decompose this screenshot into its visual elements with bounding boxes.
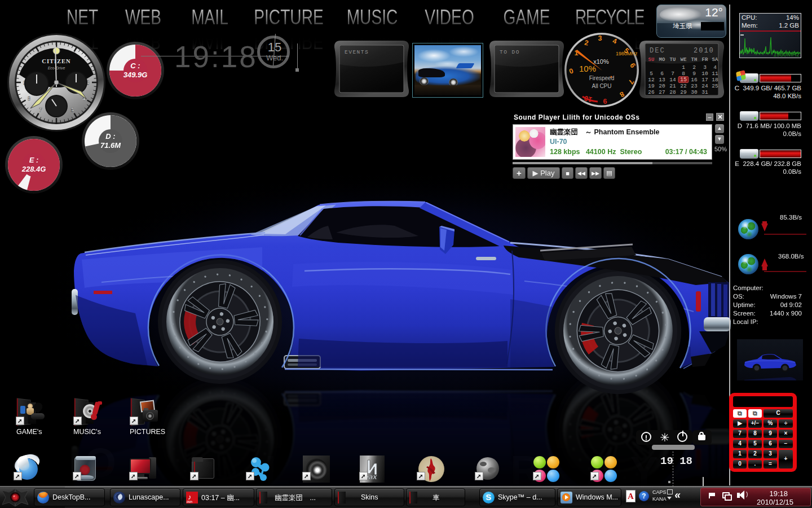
svg-text:1: 1 <box>682 64 685 71</box>
svg-text:Firespeed: Firespeed <box>589 75 614 81</box>
svg-text:5: 5 <box>70 106 74 113</box>
svg-text:14: 14 <box>669 77 676 83</box>
svg-text:349.9G: 349.9G <box>123 71 148 79</box>
svg-text:20: 20 <box>659 83 665 89</box>
svg-text:22: 22 <box>680 83 687 89</box>
svg-text:5: 5 <box>650 71 653 77</box>
svg-text:C :: C : <box>130 62 140 70</box>
svg-text:26: 26 <box>648 89 655 95</box>
svg-text:2: 2 <box>692 64 696 71</box>
svg-text:24: 24 <box>701 83 708 89</box>
svg-text:7: 7 <box>671 71 674 77</box>
svg-text:28: 28 <box>669 89 676 95</box>
svg-text:TH: TH <box>691 57 698 63</box>
svg-text:3: 3 <box>598 34 602 42</box>
svg-text:SA: SA <box>712 57 718 63</box>
svg-text:6: 6 <box>660 71 664 77</box>
svg-text:19: 19 <box>648 83 655 89</box>
svg-text:1980MHz: 1980MHz <box>773 51 800 58</box>
svg-text:29: 29 <box>680 89 687 95</box>
svg-text:DEC: DEC <box>650 47 665 55</box>
svg-text:17: 17 <box>701 77 708 83</box>
svg-text:All CPU: All CPU <box>592 83 611 89</box>
svg-text:2010: 2010 <box>694 47 714 55</box>
svg-text:12: 12 <box>648 77 655 83</box>
svg-text:18: 18 <box>712 77 718 83</box>
svg-text:25: 25 <box>712 83 718 89</box>
svg-text:11: 11 <box>712 71 718 77</box>
svg-text:9: 9 <box>692 71 696 77</box>
svg-text:D :: D : <box>105 132 115 141</box>
svg-text:228.4G: 228.4G <box>21 165 46 173</box>
svg-text:8: 8 <box>28 95 31 102</box>
svg-text:9: 9 <box>603 97 607 105</box>
svg-text:13: 13 <box>659 77 665 83</box>
svg-text:4: 4 <box>713 64 717 71</box>
svg-text:16: 16 <box>691 77 698 83</box>
svg-text:7: 7 <box>39 106 42 113</box>
svg-text:30: 30 <box>691 89 698 95</box>
svg-text:10: 10 <box>701 71 708 77</box>
svg-text:SU: SU <box>648 57 655 63</box>
svg-text:TO DO: TO DO <box>500 49 520 55</box>
svg-text:1980MHz: 1980MHz <box>616 51 638 56</box>
svg-text:21: 21 <box>669 83 676 89</box>
svg-text:71.6M: 71.6M <box>100 141 121 150</box>
svg-text:10%: 10% <box>579 64 596 73</box>
svg-text:EVENTS: EVENTS <box>345 49 369 55</box>
svg-text:15: 15 <box>680 77 687 83</box>
svg-text:23: 23 <box>691 83 698 89</box>
svg-text:CITIZEN: CITIZEN <box>42 58 70 64</box>
svg-text:FR: FR <box>702 57 708 63</box>
svg-text:27: 27 <box>659 89 665 95</box>
svg-text:TU: TU <box>670 57 676 63</box>
svg-text:8: 8 <box>682 71 685 77</box>
svg-text:3: 3 <box>703 64 707 71</box>
svg-text:31: 31 <box>701 89 708 95</box>
svg-text:WE: WE <box>681 57 687 63</box>
svg-text:MO: MO <box>659 57 665 63</box>
svg-text:E :: E : <box>29 156 39 164</box>
